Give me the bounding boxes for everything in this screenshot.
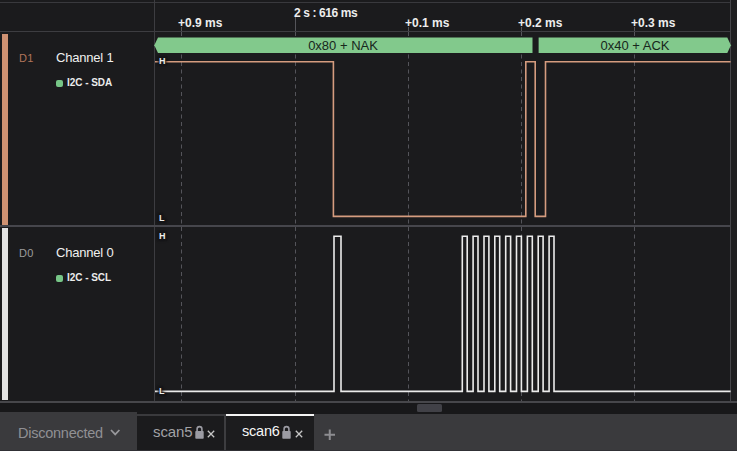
svg-text:0x40 + ACK: 0x40 + ACK xyxy=(600,38,669,53)
svg-text:0x80 + NAK: 0x80 + NAK xyxy=(308,38,378,53)
